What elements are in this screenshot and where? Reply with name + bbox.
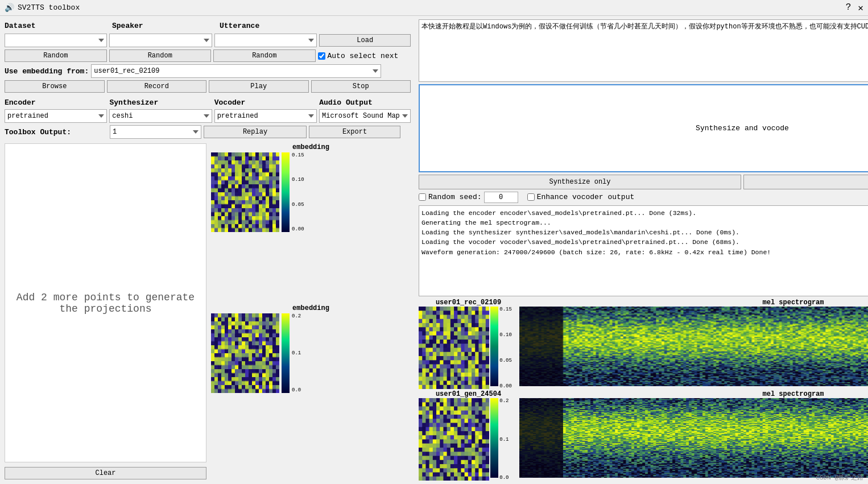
synth-sub-buttons: Synthesize only Vocode only <box>419 175 868 189</box>
viz2-content: 0.2 0.1 0.0 <box>419 398 868 481</box>
stop-button[interactable]: Stop <box>311 80 411 93</box>
log-area: Loading the encoder encoder\saved_models… <box>419 205 868 297</box>
text-content: 本快速开始教程是以Windows为例的，假设不做任何训练（节省几小时甚至几天时间… <box>421 23 868 31</box>
auto-select-checkbox[interactable] <box>318 52 325 60</box>
dropdown-row: Load <box>5 34 411 47</box>
embeddings-panel: embedding 0.15 0.10 0.05 0.00 <box>211 143 411 462</box>
right-embed2-canvas <box>419 398 489 481</box>
mel-spec2-canvas <box>519 398 868 478</box>
embed1-canvas <box>211 152 279 232</box>
toolbox-row: Toolbox Output: 1 Replay Export <box>5 125 411 139</box>
synthesizer-label: Synthesizer <box>109 98 212 107</box>
viz-block-2: user01_gen_24504 mel spectrogram 0.2 0 <box>419 390 868 481</box>
colorbar2-gradient <box>282 313 290 393</box>
help-button[interactable]: ? <box>846 2 852 14</box>
dataset-random-button[interactable]: Random <box>5 49 107 62</box>
colorbar1: 0.15 0.10 0.05 0.00 <box>282 152 313 232</box>
viz1-content: 0.15 0.10 0.05 0.00 <box>419 307 868 389</box>
viz1-mel-title: mel spectrogram <box>520 299 868 307</box>
random-seed-checkbox[interactable] <box>419 193 426 201</box>
viz2-user-title: user01_gen_24504 <box>419 390 518 398</box>
vocoder-select[interactable]: pretrained <box>214 109 317 123</box>
synthesizer-select[interactable]: ceshi <box>109 109 212 123</box>
random-seed-label: Random seed: <box>428 193 482 201</box>
random-row: Random Random Random Auto select next <box>5 49 411 62</box>
embedding-section-2: embedding 0.2 0.1 0.0 <box>211 304 411 463</box>
auto-select-checkbox-group: Auto select next <box>318 52 411 60</box>
colorbar2-labels: 0.2 0.1 0.0 <box>291 313 301 393</box>
utterance-random-button[interactable]: Random <box>213 49 316 62</box>
embedding-section-1: embedding 0.15 0.10 0.05 0.00 <box>211 143 411 302</box>
watermark: CSDN @炼炉之路 <box>816 473 863 482</box>
clear-button[interactable]: Clear <box>5 467 206 479</box>
viz1-user-title: user01_rec_02109 <box>419 299 518 307</box>
mel-spec1-canvas <box>519 307 868 386</box>
right-panel: 本快速开始教程是以Windows为例的，假设不做任何训练（节省几小时甚至几天时间… <box>415 16 868 484</box>
right-cb1-bar <box>490 307 498 386</box>
vocoder-label: Vocoder <box>214 98 317 107</box>
colorbar1-labels: 0.15 0.10 0.05 0.00 <box>291 152 304 232</box>
right-embed1-canvas <box>419 307 489 389</box>
synthesize-only-button[interactable]: Synthesize only <box>419 175 741 189</box>
play-button[interactable]: Play <box>209 80 309 93</box>
encoder-label: Encoder <box>5 98 107 107</box>
model-select-row: pretrained ceshi pretrained Microsoft So… <box>5 109 411 123</box>
visualization-area: Add 2 more points to generate the projec… <box>5 143 411 462</box>
action-row: Browse Record Play Stop <box>5 80 411 93</box>
enhance-label: Enhance vocoder output <box>537 193 635 201</box>
vocode-only-button[interactable]: Vocode only <box>743 175 868 189</box>
browse-button[interactable]: Browse <box>5 80 105 93</box>
use-embedding-label: Use embedding from: <box>5 67 89 76</box>
projection-panel: Add 2 more points to generate the projec… <box>5 143 206 462</box>
embed1-title: embedding <box>211 143 411 151</box>
load-button[interactable]: Load <box>319 34 411 47</box>
seed-input[interactable]: 0 <box>484 192 518 203</box>
colorbar1-gradient <box>282 152 290 232</box>
replay-button[interactable]: Replay <box>204 126 307 138</box>
embed2-row: 0.2 0.1 0.0 <box>211 313 411 393</box>
projection-text: Add 2 more points to generate the projec… <box>11 292 200 315</box>
embedding-row: Use embedding from: user01_rec_02109 <box>5 64 411 78</box>
encoder-select[interactable]: pretrained <box>5 109 107 123</box>
toolbox-select[interactable]: 1 <box>110 125 201 139</box>
model-section-labels: Encoder Synthesizer Vocoder Audio Output <box>5 98 411 107</box>
left-panel: Dataset Speaker Utterance Load Random Ra… <box>0 16 415 484</box>
enhance-checkbox[interactable] <box>527 193 535 201</box>
viz2-mel-title: mel spectrogram <box>520 390 868 398</box>
column-labels: Dataset Speaker Utterance <box>5 20 411 31</box>
app-icon: 🔊 <box>5 3 14 13</box>
options-row: Random seed: 0 Enhance vocoder output <box>419 192 868 203</box>
speaker-random-button[interactable]: Random <box>109 49 212 62</box>
dataset-select[interactable] <box>5 34 107 47</box>
audio-output-select[interactable]: Microsoft Sound Map <box>319 109 411 123</box>
right-visualizations: user01_rec_02109 mel spectrogram 0.15 <box>419 299 868 481</box>
export-button[interactable]: Export <box>309 126 400 138</box>
speaker-label: Speaker <box>112 22 217 30</box>
audio-output-label: Audio Output <box>319 98 411 107</box>
embedding-select[interactable]: user01_rec_02109 <box>91 64 381 78</box>
toolbox-label: Toolbox Output: <box>5 128 108 136</box>
right-cb2-labels: 0.2 0.1 0.0 <box>499 398 509 481</box>
clear-row: Clear <box>5 467 411 479</box>
title-bar: 🔊 SV2TTS toolbox ? ✕ <box>0 0 868 16</box>
enhance-group: Enhance vocoder output <box>527 193 635 201</box>
record-button[interactable]: Record <box>107 80 207 93</box>
auto-select-label: Auto select next <box>328 52 399 60</box>
utterance-label: Utterance <box>220 22 325 30</box>
right-cb1-labels: 0.15 0.10 0.05 0.00 <box>499 307 512 389</box>
embed1-row: 0.15 0.10 0.05 0.00 <box>211 152 411 232</box>
viz-block-1: user01_rec_02109 mel spectrogram 0.15 <box>419 299 868 389</box>
app-title: SV2TTS toolbox <box>18 3 80 12</box>
text-input-area[interactable]: 本快速开始教程是以Windows为例的，假设不做任何训练（节省几小时甚至几天时间… <box>419 19 868 82</box>
colorbar2: 0.2 0.1 0.0 <box>282 313 313 393</box>
dataset-label: Dataset <box>5 22 110 30</box>
right-cb2-bar <box>490 398 498 478</box>
utterance-select[interactable] <box>214 34 317 47</box>
random-seed-group: Random seed: 0 <box>419 192 518 203</box>
close-button[interactable]: ✕ <box>858 2 863 14</box>
speaker-select[interactable] <box>109 34 212 47</box>
embed2-canvas <box>211 313 279 393</box>
embed2-title: embedding <box>211 304 411 312</box>
synthesize-vocode-button[interactable]: Synthesize and vocode <box>419 84 868 172</box>
